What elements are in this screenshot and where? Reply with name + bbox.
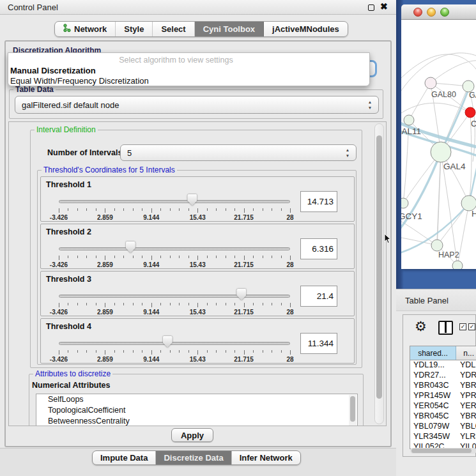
tick-mark bbox=[197, 208, 198, 213]
numerical-attributes-list[interactable]: SelfLoopsTopologicalCoefficientBetweenne… bbox=[36, 394, 358, 426]
float-icon[interactable] bbox=[368, 4, 374, 11]
tick-mark bbox=[244, 256, 245, 260]
threshold-value-field[interactable]: 21.4 bbox=[300, 286, 337, 307]
checkbox-icon[interactable]: ✓ bbox=[468, 323, 475, 330]
list-item[interactable]: SelfLoops bbox=[36, 394, 357, 405]
node-table[interactable]: shared... n... YDL19...YDL1YDR27...YDR2Y… bbox=[410, 346, 476, 449]
tab-style[interactable]: Style bbox=[116, 22, 153, 36]
columns-icon[interactable] bbox=[438, 321, 453, 335]
table-data-combobox[interactable]: galFiltered.sif default node ▲▼ bbox=[15, 96, 379, 114]
tick-mark bbox=[151, 303, 152, 307]
tab-cyni-toolbox[interactable]: Cyni Toolbox bbox=[195, 22, 264, 36]
group-title-table-data: Table Data bbox=[13, 85, 56, 94]
zoom-traffic-icon[interactable] bbox=[440, 8, 449, 17]
threshold-slider-track[interactable] bbox=[59, 247, 290, 250]
table-hscroll-thumb[interactable] bbox=[411, 449, 472, 453]
tab-discretize-data[interactable]: Discretize Data bbox=[156, 451, 231, 464]
tick-mark bbox=[188, 350, 189, 353]
tab-jactivemnodules[interactable]: jActiveMNodules bbox=[264, 22, 348, 36]
gear-icon[interactable]: ⚙ bbox=[415, 319, 427, 334]
table-row[interactable]: YDR27...YDR2 bbox=[410, 371, 476, 381]
tick-mark bbox=[253, 303, 254, 305]
tick-mark bbox=[160, 208, 161, 211]
table-row[interactable]: YPR145WYPR1 bbox=[410, 391, 476, 401]
threshold-slider-handle[interactable] bbox=[187, 194, 197, 206]
checkbox-icon[interactable]: ✓ bbox=[459, 323, 466, 330]
attributes-group: Attributes to discretize Numerical Attri… bbox=[29, 374, 364, 426]
threshold-slider-track[interactable] bbox=[59, 295, 290, 298]
tick-mark bbox=[272, 350, 272, 353]
tick-mark bbox=[281, 208, 282, 211]
tab-select[interactable]: Select bbox=[153, 22, 194, 36]
network-node-GAL4[interactable] bbox=[431, 142, 451, 162]
tick-mark bbox=[114, 208, 115, 211]
bottom-tab-strip: Impute DataDiscretize DataInfer Network bbox=[0, 448, 396, 476]
tick-label: 21.715 bbox=[225, 261, 263, 268]
column-header-shared-name[interactable]: shared... bbox=[410, 346, 456, 360]
table-row[interactable]: YDL19...YDL1 bbox=[410, 360, 476, 371]
threshold-slider-handle[interactable] bbox=[163, 336, 173, 348]
tick-label: -3.426 bbox=[40, 356, 78, 363]
tick-mark bbox=[142, 303, 142, 305]
list-item[interactable]: TopologicalCoefficient bbox=[36, 405, 357, 416]
cell-shared-name: YLR345W bbox=[410, 432, 456, 442]
threshold-slider-track[interactable] bbox=[59, 342, 290, 345]
table-row[interactable]: YER054CYER0 bbox=[410, 401, 476, 411]
tick-mark bbox=[160, 256, 161, 258]
minimize-traffic-icon[interactable] bbox=[427, 8, 436, 17]
network-node-GAL11[interactable] bbox=[404, 115, 414, 125]
table-horizontal-scrollbar[interactable] bbox=[410, 448, 476, 454]
tick-mark bbox=[207, 350, 208, 353]
group-title-attributes: Attributes to discretize bbox=[33, 369, 112, 378]
tab-impute-data[interactable]: Impute Data bbox=[93, 451, 156, 464]
attributes-scrollbar-thumb[interactable] bbox=[350, 396, 355, 422]
threshold-value-field[interactable]: 14.713 bbox=[300, 191, 337, 212]
vertical-scrollbar-thumb[interactable] bbox=[376, 135, 382, 399]
table-data-group: Table Data galFiltered.sif default node … bbox=[9, 89, 383, 119]
table-row[interactable]: YBR043CYBR0 bbox=[410, 381, 476, 391]
tab-network[interactable]: Network bbox=[55, 22, 116, 36]
network-node-GCY1[interactable] bbox=[401, 198, 408, 208]
table-row[interactable]: YBR045CYBR0 bbox=[410, 411, 476, 422]
tick-mark bbox=[142, 256, 142, 258]
threshold-value-field[interactable]: 6.316 bbox=[300, 238, 337, 259]
tick-mark bbox=[96, 350, 96, 353]
table-row[interactable]: YBL079WYBL0 bbox=[410, 422, 476, 432]
algorithm-option[interactable]: Manual Discretization bbox=[10, 66, 96, 75]
tick-label: 28 bbox=[271, 214, 309, 221]
tick-mark bbox=[151, 350, 152, 355]
tick-mark bbox=[263, 303, 263, 305]
threshold-slider-track[interactable] bbox=[59, 200, 290, 203]
attributes-scrollbar[interactable] bbox=[349, 395, 357, 426]
node-label-GAL4: GAL4 bbox=[443, 162, 466, 171]
list-item[interactable]: BetweennessCentrality bbox=[36, 416, 357, 426]
number-of-intervals-combobox[interactable]: 5 ▲▼ bbox=[120, 144, 357, 161]
close-icon[interactable]: ✖ bbox=[380, 1, 388, 12]
tick-mark bbox=[77, 256, 78, 258]
close-traffic-icon[interactable] bbox=[413, 8, 422, 17]
vertical-scrollbar[interactable] bbox=[374, 123, 384, 424]
tick-label: 2.859 bbox=[86, 214, 124, 221]
threshold-slider-handle[interactable] bbox=[236, 289, 246, 300]
cell-shared-name: YPR145W bbox=[410, 391, 456, 401]
apply-button[interactable]: Apply bbox=[171, 428, 213, 442]
column-header-name[interactable]: n... bbox=[456, 346, 476, 360]
network-node-HAP2[interactable] bbox=[431, 240, 443, 251]
tick-label: 21.715 bbox=[225, 309, 263, 316]
top-tab-bar: NetworkStyleSelectCyni ToolboxjActiveMNo… bbox=[54, 21, 348, 37]
table-row[interactable]: YLR345WYLR3 bbox=[410, 432, 476, 442]
tick-mark bbox=[114, 303, 115, 305]
cell-shared-name: YBR045C bbox=[410, 411, 456, 422]
node-label-GCY1: GCY1 bbox=[401, 211, 422, 221]
tick-mark bbox=[77, 208, 78, 211]
tick-label: 9.144 bbox=[132, 214, 171, 221]
network-node-GAL80[interactable] bbox=[425, 77, 436, 89]
cell-name: YBL0 bbox=[456, 422, 476, 432]
threshold-value-field[interactable]: 11.344 bbox=[300, 333, 337, 354]
threshold-slider-handle[interactable] bbox=[126, 242, 135, 253]
tab-infer-network[interactable]: Infer Network bbox=[232, 451, 300, 464]
network-node-node-red[interactable] bbox=[465, 107, 475, 118]
network-canvas[interactable]: GAL80GACGAL11GAL4GCY1HHAP2 bbox=[401, 20, 476, 269]
network-node-node-bottom[interactable] bbox=[452, 261, 463, 269]
algorithm-option[interactable]: Equal Width/Frequency Discretization bbox=[10, 76, 149, 86]
